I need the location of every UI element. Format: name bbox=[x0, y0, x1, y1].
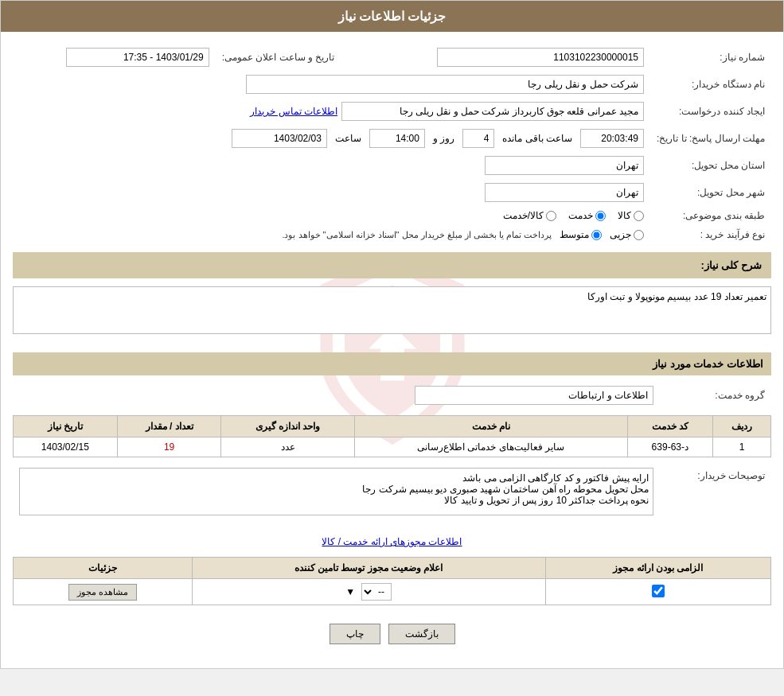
bottom-buttons: بازگشت چاپ bbox=[13, 612, 771, 656]
deadline-days-input[interactable] bbox=[462, 129, 494, 148]
creator-contact-link[interactable]: اطلاعات تماس خریدار bbox=[250, 106, 337, 117]
purchase-type-partial-label: جزیی bbox=[610, 229, 631, 240]
buyer-desc-textarea[interactable]: ارایه پیش فاکتور و کد کارگاهی الزامی می … bbox=[19, 468, 653, 515]
col-code: کد خدمت bbox=[627, 416, 713, 437]
service-group-label: گروه خدمت: bbox=[660, 382, 771, 409]
buyer-system-label: نام دستگاه خریدار: bbox=[650, 71, 771, 98]
row-number: 1 bbox=[713, 437, 771, 457]
service-name: سایر فعالیت‌های خدماتی اطلاع‌رسانی bbox=[354, 437, 627, 457]
need-desc-section: شرح کلی نیاز: bbox=[13, 252, 771, 278]
category-radio-khedmat[interactable]: خدمت bbox=[568, 210, 606, 221]
view-permit-button[interactable]: مشاهده مجوز bbox=[68, 584, 137, 601]
col-qty: تعداد / مقدار bbox=[117, 416, 221, 437]
table-row: -- ▼ مشاهده مجوز bbox=[14, 579, 771, 605]
deadline-label: مهلت ارسال پاسخ: تا تاریخ: bbox=[650, 125, 771, 152]
service-date: 1403/02/15 bbox=[14, 437, 118, 457]
permit-required bbox=[545, 579, 770, 605]
permit-status-select[interactable]: -- bbox=[361, 583, 392, 601]
deadline-days-label: روز و bbox=[433, 133, 454, 144]
category-radio-both[interactable]: کالا/خدمت bbox=[503, 210, 556, 221]
city-label: شهر محل تحویل: bbox=[650, 179, 771, 206]
deadline-time-input[interactable] bbox=[369, 129, 425, 148]
purchase-type-partial[interactable]: جزیی bbox=[610, 229, 644, 240]
col-date: تاریخ نیاز bbox=[14, 416, 118, 437]
page-title: جزئیات اطلاعات نیاز bbox=[1, 1, 783, 32]
need-desc-title: شرح کلی نیاز: bbox=[22, 259, 762, 271]
service-code: د-63-639 bbox=[627, 437, 713, 457]
category-radio-kala[interactable]: کالا bbox=[618, 210, 644, 221]
creator-input[interactable] bbox=[341, 102, 644, 121]
service-group-input[interactable] bbox=[415, 386, 653, 405]
need-number-input[interactable] bbox=[437, 48, 644, 67]
deadline-remaining-input[interactable] bbox=[580, 129, 644, 148]
col-row: ردیف bbox=[713, 416, 771, 437]
print-button[interactable]: چاپ bbox=[330, 624, 380, 644]
purchase-notice: پرداخت تمام یا بخشی از مبلغ خریدار محل "… bbox=[282, 230, 552, 240]
services-table: ردیف کد خدمت نام خدمت واحد اندازه گیری ت… bbox=[13, 415, 771, 457]
col-name: نام خدمت bbox=[354, 416, 627, 437]
col-status: اعلام وضعیت مجوز توسط تامین کننده bbox=[192, 558, 545, 579]
table-row: 1 د-63-639 سایر فعالیت‌های خدماتی اطلاع‌… bbox=[14, 437, 771, 457]
permits-table: الزامی بودن ارائه مجوز اعلام وضعیت مجوز … bbox=[13, 557, 771, 605]
services-section-title: اطلاعات خدمات مورد نیاز bbox=[13, 352, 771, 375]
deadline-date-input[interactable] bbox=[232, 129, 327, 148]
permits-section-title: اطلاعات مجوزهای ارائه خدمت / کالا bbox=[322, 536, 462, 547]
deadline-remaining-label: ساعت باقی مانده bbox=[502, 133, 572, 144]
announce-input[interactable] bbox=[66, 48, 209, 67]
permit-details: مشاهده مجوز bbox=[14, 579, 193, 605]
buyer-system-input[interactable] bbox=[246, 75, 644, 94]
back-button[interactable]: بازگشت bbox=[388, 624, 455, 644]
permit-status: -- ▼ bbox=[192, 579, 545, 605]
purchase-type-medium-label: متوسط bbox=[560, 229, 589, 240]
category-label-both: کالا/خدمت bbox=[503, 210, 544, 221]
purchase-type-label: نوع فرآیند خرید : bbox=[650, 225, 771, 244]
col-unit: واحد اندازه گیری bbox=[221, 416, 354, 437]
buyer-desc-label: توصیحات خریدار: bbox=[660, 464, 771, 522]
announce-label: تاریخ و ساعت اعلان عمومی: bbox=[216, 44, 341, 71]
service-unit: عدد bbox=[221, 437, 354, 457]
purchase-type-medium[interactable]: متوسط bbox=[560, 229, 602, 240]
need-number-label: شماره نیاز: bbox=[650, 44, 771, 71]
col-required: الزامی بودن ارائه مجوز bbox=[545, 558, 770, 579]
province-label: استان محل تحویل: bbox=[650, 152, 771, 179]
category-label: طبقه بندی موضوعی: bbox=[650, 206, 771, 225]
province-input[interactable] bbox=[485, 156, 644, 175]
deadline-time-label: ساعت bbox=[335, 133, 361, 144]
col-details: جزئیات bbox=[14, 558, 193, 579]
chevron-down-icon: ▼ bbox=[345, 586, 355, 597]
city-input[interactable] bbox=[485, 183, 644, 202]
category-label-kala: کالا bbox=[618, 210, 631, 221]
creator-label: ایجاد کننده درخواست: bbox=[650, 98, 771, 125]
need-desc-textarea[interactable]: تعمیر تعداد 19 عدد بیسیم مونوپولا و تبت … bbox=[13, 286, 771, 334]
service-qty: 19 bbox=[117, 437, 221, 457]
category-label-khedmat: خدمت bbox=[568, 210, 593, 221]
